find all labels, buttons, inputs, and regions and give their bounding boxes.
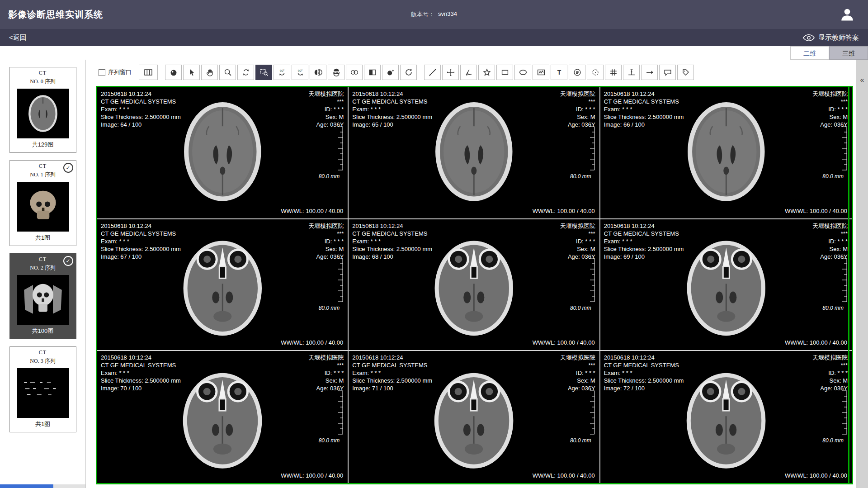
nav-bar: <返回 显示教师答案 (0, 29, 868, 46)
cell-patient: *** (560, 361, 595, 369)
angle-tool-button[interactable] (460, 65, 477, 80)
cell-exam: Exam: * * * (604, 237, 684, 245)
cell-hospital: 天堰模拟医院 (308, 354, 344, 361)
text-tool-button[interactable]: T (551, 65, 567, 80)
collapse-panel-icon[interactable]: « (860, 76, 864, 84)
viewer-cell[interactable]: 20150618 10:12:24 CT GE MEDICAL SYSTEMS … (349, 219, 600, 351)
cell-info-top-right: 天堰模拟医院 *** ID: * * * Sex: M Age: 036Y (560, 90, 595, 128)
star-tool-button[interactable] (478, 65, 495, 80)
cell-sex: Sex: M (308, 377, 344, 384)
rotate-right-90-button[interactable]: 90° (292, 65, 308, 80)
cell-hospital: 天堰模拟医院 (812, 90, 848, 98)
region-zoom-icon (259, 67, 269, 77)
cell-info-top-left: 20150618 10:12:24 CT GE MEDICAL SYSTEMS … (352, 354, 432, 392)
viewer-cell[interactable]: 20150618 10:12:24 CT GE MEDICAL SYSTEMS … (349, 87, 600, 219)
cell-info-top-right: 天堰模拟医院 *** ID: * * * Sex: M Age: 036Y (812, 90, 848, 128)
cell-thickness: Slice Thickness: 2.500000 mm (352, 245, 432, 253)
show-answer-button[interactable]: 显示教师答案 (803, 33, 859, 42)
cell-window-level: WW/WL: 100.00 / 40.00 (533, 207, 595, 215)
cell-hospital: 天堰模拟医院 (560, 354, 595, 361)
cell-image-number: Image: 68 / 100 (352, 253, 432, 261)
eye-icon (803, 34, 815, 41)
rotate-tool-button[interactable] (237, 65, 254, 80)
cell-datetime: 20150618 10:12:24 (101, 222, 181, 230)
profile-tool-button[interactable] (533, 65, 549, 80)
viewer-cell[interactable]: 20150618 10:12:24 CT GE MEDICAL SYSTEMS … (600, 219, 852, 351)
grid-tool-button[interactable] (605, 65, 622, 80)
viewer-grid: 20150618 10:12:24 CT GE MEDICAL SYSTEMS … (97, 87, 852, 483)
shutter-tool-button[interactable] (165, 65, 182, 80)
viewer-cell[interactable]: 20150618 10:12:24 CT GE MEDICAL SYSTEMS … (97, 351, 349, 483)
cross-ruler-button[interactable] (442, 65, 459, 80)
flip-vertical-button[interactable] (328, 65, 344, 80)
scale-ruler: 80.0 mm (822, 390, 847, 444)
cell-sex: Sex: M (560, 377, 595, 384)
comment-tool-button[interactable] (659, 65, 676, 80)
series-thumbnail (17, 275, 69, 325)
flip-horizontal-button[interactable] (310, 65, 326, 80)
user-avatar-icon[interactable] (838, 5, 856, 24)
cross-icon (446, 67, 456, 77)
rectangle-tool-button[interactable] (496, 65, 513, 80)
cell-datetime: 20150618 10:12:24 (101, 90, 181, 98)
scale-ruler: 80.0 mm (319, 126, 344, 180)
cell-window-level: WW/WL: 100.00 / 40.00 (785, 207, 847, 215)
roi-circle-tool-button[interactable] (587, 65, 604, 80)
show-answer-label: 显示教师答案 (818, 33, 859, 42)
back-button[interactable]: <返回 (9, 33, 27, 42)
main-area: 序列窗口 (86, 60, 856, 488)
cell-device: CT GE MEDICAL SYSTEMS (604, 98, 684, 105)
series-window-toggle[interactable]: 序列窗口 (99, 68, 132, 76)
arrow-tool-button[interactable] (641, 65, 658, 80)
cell-datetime: 20150618 10:12:24 (604, 222, 684, 230)
shutter-draw-button[interactable] (382, 65, 399, 80)
cell-sex: Sex: M (308, 245, 344, 253)
cell-thickness: Slice Thickness: 2.500000 mm (101, 245, 181, 253)
region-zoom-tool-button[interactable] (255, 65, 272, 80)
ellipse-tool-button[interactable] (514, 65, 531, 80)
zoom-tool-button[interactable] (219, 65, 236, 80)
select-tool-button[interactable] (183, 65, 200, 80)
cell-info-top-right: 天堰模拟医院 *** ID: * * * Sex: M Age: 036Y (308, 90, 344, 128)
compare-button[interactable] (346, 65, 363, 80)
cell-info-top-right: 天堰模拟医院 *** ID: * * * Sex: M Age: 036Y (812, 354, 848, 392)
rotate-right-90-icon: 90° (295, 67, 305, 77)
angle-icon (464, 67, 474, 77)
series-item[interactable]: ✓ CT NO. 1 序列 共1图 (9, 160, 76, 246)
tab-3d[interactable]: 三维 (829, 46, 868, 60)
view-mode-tabs: 二维 三维 (0, 46, 868, 60)
tab-2d[interactable]: 二维 (790, 46, 829, 60)
cell-window-level: WW/WL: 100.00 / 40.00 (281, 339, 343, 346)
layout-button[interactable] (139, 65, 158, 80)
viewer-cell[interactable]: 20150618 10:12:24 CT GE MEDICAL SYSTEMS … (600, 87, 852, 219)
cell-patient: *** (560, 230, 595, 237)
sidebar-scrollbar-thumb[interactable] (0, 484, 53, 488)
version-label: 版本号： (411, 10, 434, 19)
annotate-tool-button[interactable] (569, 65, 585, 80)
rotate-left-90-button[interactable]: 90° (274, 65, 290, 80)
pan-tool-button[interactable] (201, 65, 218, 80)
reset-button[interactable] (400, 65, 417, 80)
scale-ruler: 80.0 mm (319, 390, 344, 444)
scale-ruler: 80.0 mm (319, 258, 344, 311)
viewer-cell[interactable]: 20150618 10:12:24 CT GE MEDICAL SYSTEMS … (349, 351, 600, 483)
cell-info-top-left: 20150618 10:12:24 CT GE MEDICAL SYSTEMS … (604, 90, 684, 128)
tag-tool-button[interactable] (677, 65, 694, 80)
series-item[interactable]: ✓ CT NO. 2 序列 共100图 (9, 253, 76, 339)
calibrate-tool-button[interactable] (623, 65, 640, 80)
series-item[interactable]: CT NO. 0 序列 共129图 (9, 67, 76, 153)
series-window-checkbox[interactable] (99, 69, 105, 76)
scale-ruler: 80.0 mm (822, 126, 847, 180)
viewer-cell[interactable]: 20150618 10:12:24 CT GE MEDICAL SYSTEMS … (97, 219, 349, 351)
cell-image-number: Image: 69 / 100 (604, 253, 684, 261)
viewer-cell[interactable]: 20150618 10:12:24 CT GE MEDICAL SYSTEMS … (600, 351, 852, 483)
cell-window-level: WW/WL: 100.00 / 40.00 (533, 339, 595, 346)
invert-button[interactable] (364, 65, 381, 80)
viewer-cell[interactable]: 20150618 10:12:24 CT GE MEDICAL SYSTEMS … (97, 87, 349, 219)
series-item[interactable]: CT NO. 3 序列 共1图 (9, 346, 76, 432)
cell-device: CT GE MEDICAL SYSTEMS (101, 361, 181, 369)
series-name: NO. 0 序列 (10, 78, 76, 85)
cell-window-level: WW/WL: 100.00 / 40.00 (281, 207, 343, 215)
cell-sex: Sex: M (812, 113, 848, 121)
line-tool-button[interactable] (424, 65, 441, 80)
